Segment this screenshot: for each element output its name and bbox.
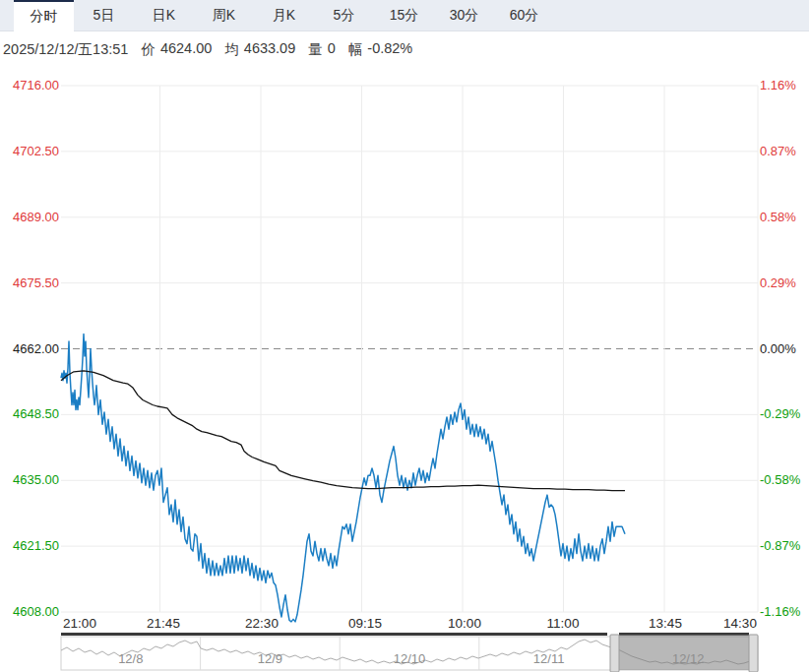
x-axis-label: 22:30	[245, 616, 279, 631]
y-axis-right-label: -0.87%	[760, 539, 800, 553]
y-axis-left-label: 4635.00	[6, 473, 59, 487]
y-axis-right-label: 0.00%	[760, 342, 796, 356]
y-axis-left-label: 4689.00	[6, 211, 59, 224]
y-axis-right-label: 0.29%	[760, 276, 796, 290]
nav-handle-right[interactable]	[749, 635, 758, 672]
nav-date-label: 12/12	[672, 651, 705, 666]
y-axis-right-label: 1.16%	[760, 79, 796, 92]
nav-handle-left[interactable]	[610, 635, 619, 672]
y-axis-left-label: 4621.50	[6, 539, 59, 553]
x-axis-label: 14:30	[723, 616, 757, 631]
x-axis-label: 21:45	[147, 616, 180, 631]
y-axis-right-label: 0.87%	[760, 145, 796, 158]
y-axis-right-label: -0.58%	[760, 473, 800, 487]
app-root: 分时5日日K周K月K5分15分30分60分 2025/12/12/五13:51 …	[0, 0, 809, 672]
y-axis-left-label: 4675.50	[6, 276, 59, 290]
y-axis-left-label: 4716.00	[6, 79, 59, 92]
y-axis-right-label: -1.16%	[760, 605, 800, 619]
y-axis-right-label: -0.29%	[760, 407, 800, 421]
nav-date-label: 12/11	[533, 651, 565, 666]
nav-date-label: 12/8	[118, 651, 143, 666]
x-axis-label: 09:15	[348, 616, 382, 631]
y-axis-left-label: 4662.00	[6, 342, 59, 356]
y-axis-right-label: 0.58%	[760, 211, 796, 224]
intraday-chart	[0, 0, 809, 672]
y-axis-left-label: 4702.50	[6, 145, 59, 158]
plot-area[interactable]	[61, 65, 758, 631]
x-axis-label: 21:00	[63, 616, 96, 631]
y-axis-left-label: 4648.50	[6, 407, 59, 421]
nav-date-label: 12/10	[394, 651, 426, 666]
x-axis-label: 11:00	[547, 616, 580, 631]
x-axis-label: 13:45	[649, 616, 682, 631]
x-axis-label: 10:00	[448, 616, 481, 631]
y-axis-left-label: 4608.00	[6, 605, 59, 619]
nav-date-label: 12/9	[258, 651, 282, 666]
